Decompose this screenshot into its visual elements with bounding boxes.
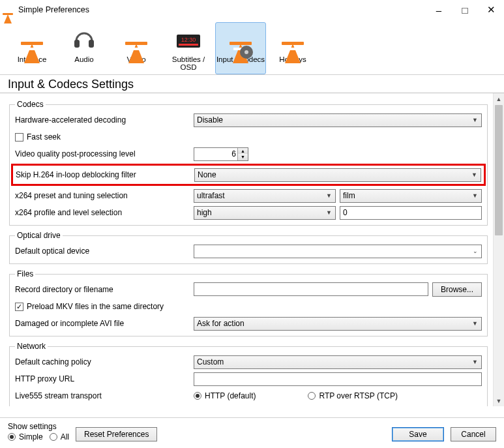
tab-input-codecs[interactable]: Input / Codecs: [215, 22, 266, 74]
svg-text:12:30: 12:30: [181, 37, 196, 43]
title-bar: Simple Preferences – □ ✕: [0, 0, 504, 20]
x264-tune-dropdown[interactable]: film▼: [340, 189, 482, 203]
show-settings: Show settings Simple All: [8, 422, 69, 441]
minimize-button[interactable]: –: [426, 0, 452, 20]
skip-deblock-dropdown[interactable]: None▼: [194, 168, 481, 182]
postproc-input[interactable]: 6 ▲▼: [194, 147, 248, 161]
cancel-button[interactable]: Cancel: [451, 427, 496, 441]
http-proxy-label: HTTP proxy URL: [15, 374, 190, 383]
svg-rect-0: [74, 40, 80, 48]
fast-seek-label: Fast seek: [27, 132, 61, 142]
optical-device-dropdown[interactable]: ⌄: [194, 245, 482, 258]
chevron-down-icon: ▼: [472, 117, 478, 123]
skip-deblock-label: Skip H.264 in-loop deblocking filter: [16, 170, 190, 179]
tab-video[interactable]: Video: [111, 22, 162, 74]
checkbox-box: [15, 133, 23, 142]
group-files: Files Record directory or filename Brows…: [9, 269, 488, 336]
damaged-avi-label: Damaged or incomplete AVI file: [15, 319, 190, 328]
chevron-down-icon: ▼: [472, 192, 478, 199]
cone-icon: [128, 36, 144, 44]
save-button[interactable]: Save: [392, 427, 444, 441]
radio-dot: [50, 433, 57, 441]
tab-audio[interactable]: Audio: [59, 22, 110, 74]
cache-policy-dropdown[interactable]: Custom▼: [194, 355, 482, 369]
fast-seek-checkbox[interactable]: Fast seek: [15, 132, 61, 142]
group-legend: Codecs: [15, 100, 46, 109]
cone-icon: [285, 36, 301, 44]
chevron-down-icon: ▼: [472, 320, 478, 327]
hw-decoding-label: Hardware-accelerated decoding: [15, 115, 190, 125]
live555-http-radio[interactable]: HTTP (default): [194, 391, 256, 400]
postproc-label: Video quality post-processing level: [15, 149, 190, 158]
cone-disc-icon: [233, 36, 248, 44]
record-dir-label: Record directory or filename: [15, 285, 190, 294]
x264-preset-dropdown[interactable]: ultrafast▼: [194, 189, 336, 203]
vertical-scrollbar[interactable]: ▲ ▼: [493, 93, 504, 406]
category-tabs: Interface Audio Video 12:30 Subtitles / …: [0, 20, 504, 75]
chevron-down-icon: ⌄: [473, 248, 478, 254]
group-legend: Files: [15, 269, 35, 278]
scroll-thumb[interactable]: [495, 105, 503, 235]
radio-dot: [194, 392, 201, 400]
damaged-avi-dropdown[interactable]: Ask for action▼: [194, 317, 482, 331]
svg-point-6: [245, 50, 248, 54]
optical-device-label: Default optical device: [15, 246, 190, 256]
show-simple-radio[interactable]: Simple: [8, 432, 43, 441]
checkbox-box: ✓: [15, 303, 23, 311]
group-legend: Optical drive: [15, 231, 63, 240]
group-codecs: Codecs Hardware-accelerated decoding Dis…: [9, 100, 488, 226]
maximize-button[interactable]: □: [452, 0, 478, 20]
close-button[interactable]: ✕: [478, 0, 504, 20]
window-title: Simple Preferences: [18, 5, 426, 14]
footer: Show settings Simple All Reset Preferenc…: [0, 417, 504, 448]
svg-rect-3: [179, 44, 198, 46]
cache-policy-label: Default caching policy: [15, 357, 190, 366]
chevron-down-icon: ▼: [326, 209, 332, 216]
x264-level-input[interactable]: 0: [340, 206, 482, 220]
show-settings-label: Show settings: [8, 422, 69, 431]
tab-subtitles[interactable]: 12:30 Subtitles / OSD: [163, 22, 214, 74]
scroll-up-arrow[interactable]: ▲: [494, 93, 504, 104]
cone-icon: [24, 36, 40, 44]
highlighted-setting: Skip H.264 in-loop deblocking filter Non…: [11, 164, 486, 186]
tab-interface[interactable]: Interface: [7, 22, 57, 74]
live555-label: Live555 stream transport: [15, 391, 190, 400]
x264-preset-label: x264 preset and tuning selection: [15, 191, 190, 200]
reset-button[interactable]: Reset Preferences: [76, 427, 157, 441]
preload-mkv-label: Preload MKV files in the same directory: [27, 302, 164, 311]
browse-button[interactable]: Browse...: [432, 282, 482, 297]
x264-profile-dropdown[interactable]: high▼: [194, 206, 336, 220]
http-proxy-input[interactable]: [194, 372, 482, 386]
preload-mkv-checkbox[interactable]: ✓ Preload MKV files in the same director…: [15, 302, 164, 311]
x264-profile-label: x264 profile and level selection: [15, 208, 190, 217]
group-network: Network Default caching policy Custom▼ H…: [9, 342, 488, 406]
subtitles-icon: 12:30: [174, 28, 203, 52]
tab-label: Subtitles / OSD: [164, 55, 213, 71]
record-dir-input[interactable]: [194, 282, 428, 296]
chevron-down-icon: ▼: [326, 192, 332, 199]
scroll-down-arrow[interactable]: ▼: [494, 395, 504, 406]
radio-dot: [308, 392, 316, 400]
hw-decoding-dropdown[interactable]: Disable▼: [194, 113, 482, 127]
show-all-radio[interactable]: All: [50, 432, 69, 441]
svg-rect-1: [89, 40, 94, 48]
tab-hotkeys[interactable]: Hotkeys: [267, 22, 318, 74]
group-legend: Network: [15, 342, 48, 351]
chevron-down-icon: ▼: [472, 359, 478, 365]
settings-content: Codecs Hardware-accelerated decoding Dis…: [0, 93, 493, 406]
page-heading: Input & Codecs Settings: [0, 75, 504, 93]
group-optical: Optical drive Default optical device ⌄: [9, 231, 488, 264]
app-icon: [4, 5, 14, 14]
chevron-down-icon: ▼: [471, 172, 477, 178]
headphones-icon: [71, 28, 97, 52]
spinner-buttons[interactable]: ▲▼: [237, 148, 248, 160]
tab-label: Audio: [59, 55, 109, 63]
live555-rtp-radio[interactable]: RTP over RTSP (TCP): [308, 391, 397, 400]
radio-dot: [8, 433, 16, 441]
